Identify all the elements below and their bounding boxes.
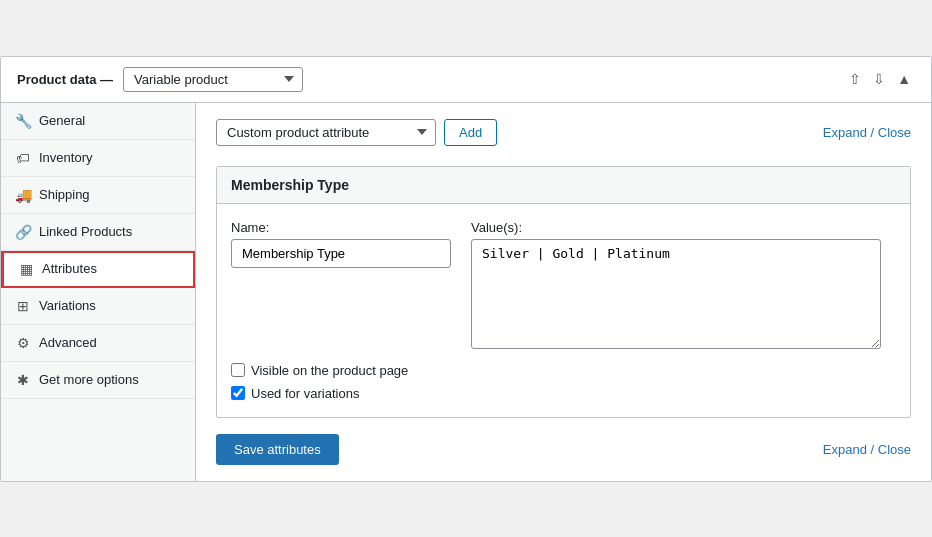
main-content: Custom product attribute Add Expand / Cl… <box>196 103 931 481</box>
sidebar-item-advanced[interactable]: ⚙ Advanced <box>1 325 195 362</box>
attribute-type-select[interactable]: Custom product attribute <box>216 119 436 146</box>
product-data-body: 🔧 General 🏷 Inventory 🚚 Shipping 🔗 Linke… <box>1 103 931 481</box>
used-for-variations-label[interactable]: Used for variations <box>231 386 896 401</box>
bottom-row: Save attributes Expand / Close <box>216 434 911 465</box>
sidebar-item-variations[interactable]: ⊞ Variations <box>1 288 195 325</box>
values-field-group: Value(s): Silver | Gold | Platinum <box>471 220 881 349</box>
attribute-fields: Name: Value(s): Silver | Gold | Platinum <box>231 220 896 349</box>
sidebar-item-attributes[interactable]: ▦ Attributes <box>1 251 195 288</box>
sidebar-item-linked-products[interactable]: 🔗 Linked Products <box>1 214 195 251</box>
product-data-label: Product data — <box>17 72 113 87</box>
visible-on-product-text: Visible on the product page <box>251 363 408 378</box>
sidebar-item-label: Inventory <box>39 150 92 165</box>
link-icon: 🔗 <box>15 224 31 240</box>
arrow-down-btn[interactable]: ⇩ <box>869 69 889 89</box>
sidebar-item-inventory[interactable]: 🏷 Inventory <box>1 140 195 177</box>
sidebar-item-label: Shipping <box>39 187 90 202</box>
values-label: Value(s): <box>471 220 881 235</box>
sidebar-item-label: Attributes <box>42 261 97 276</box>
expand-close-bottom-link[interactable]: Expand / Close <box>823 442 911 457</box>
attribute-name-input[interactable] <box>231 239 451 268</box>
sidebar-item-label: General <box>39 113 85 128</box>
sidebar-item-label: Variations <box>39 298 96 313</box>
attribute-section-header: Membership Type <box>217 167 910 204</box>
visible-on-product-label[interactable]: Visible on the product page <box>231 363 896 378</box>
attributes-icon: ▦ <box>18 261 34 277</box>
product-data-header: Product data — Variable product ⇧ ⇩ ▲ <box>1 57 931 103</box>
attribute-selector-row: Custom product attribute Add Expand / Cl… <box>216 119 911 146</box>
checkboxes-row: Visible on the product page Used for var… <box>231 363 896 401</box>
name-label: Name: <box>231 220 451 235</box>
inventory-icon: 🏷 <box>15 150 31 166</box>
sidebar-item-general[interactable]: 🔧 General <box>1 103 195 140</box>
header-arrows: ⇧ ⇩ ▲ <box>845 69 915 89</box>
product-type-select[interactable]: Variable product <box>123 67 303 92</box>
get-more-icon: ✱ <box>15 372 31 388</box>
variations-icon: ⊞ <box>15 298 31 314</box>
add-attribute-button[interactable]: Add <box>444 119 497 146</box>
sidebar-item-label: Get more options <box>39 372 139 387</box>
arrow-collapse-btn[interactable]: ▲ <box>893 69 915 89</box>
attribute-section-title: Membership Type <box>231 177 349 193</box>
shipping-icon: 🚚 <box>15 187 31 203</box>
attribute-section-body: Name: Value(s): Silver | Gold | Platinum… <box>217 204 910 417</box>
expand-close-top-link[interactable]: Expand / Close <box>823 125 911 140</box>
attribute-values-textarea[interactable]: Silver | Gold | Platinum <box>471 239 881 349</box>
used-for-variations-checkbox[interactable] <box>231 386 245 400</box>
name-field-group: Name: <box>231 220 451 349</box>
advanced-icon: ⚙ <box>15 335 31 351</box>
attribute-section: Membership Type Name: Value(s): Silver |… <box>216 166 911 418</box>
sidebar: 🔧 General 🏷 Inventory 🚚 Shipping 🔗 Linke… <box>1 103 196 481</box>
sidebar-item-label: Linked Products <box>39 224 132 239</box>
sidebar-item-label: Advanced <box>39 335 97 350</box>
used-for-variations-text: Used for variations <box>251 386 359 401</box>
arrow-up-btn[interactable]: ⇧ <box>845 69 865 89</box>
visible-on-product-checkbox[interactable] <box>231 363 245 377</box>
sidebar-item-shipping[interactable]: 🚚 Shipping <box>1 177 195 214</box>
wrench-icon: 🔧 <box>15 113 31 129</box>
product-data-panel: Product data — Variable product ⇧ ⇩ ▲ 🔧 … <box>0 56 932 482</box>
save-attributes-button[interactable]: Save attributes <box>216 434 339 465</box>
sidebar-item-get-more-options[interactable]: ✱ Get more options <box>1 362 195 399</box>
